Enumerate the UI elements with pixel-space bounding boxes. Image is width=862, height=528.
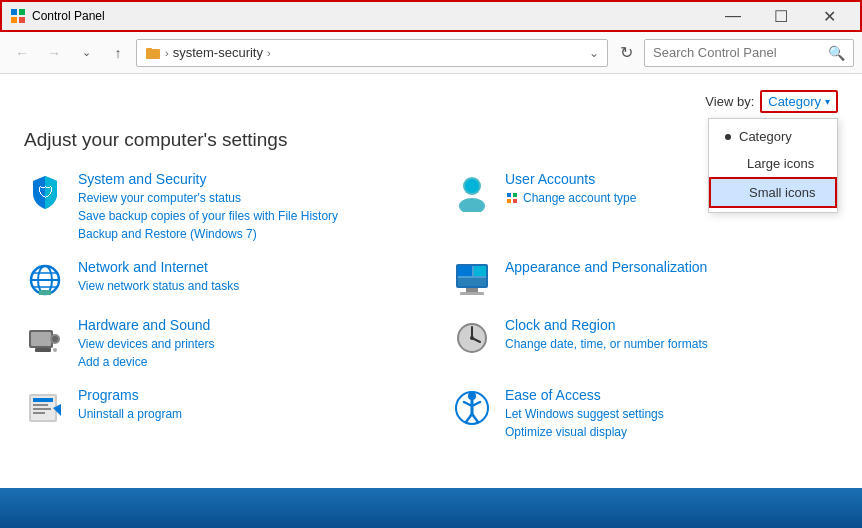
hardware-sound-link-1[interactable]: View devices and printers	[78, 335, 411, 353]
svg-rect-28	[31, 332, 51, 346]
search-box[interactable]: 🔍	[644, 39, 854, 67]
view-by-row: View by: Category ▾ Category Large icons…	[24, 90, 838, 113]
svg-point-37	[470, 336, 474, 340]
user-accounts-link-1[interactable]: Change account type	[523, 189, 636, 207]
appearance-icon	[451, 259, 493, 301]
clock-region-icon	[451, 317, 493, 359]
svg-rect-31	[35, 348, 51, 352]
address-bar: ← → ⌄ ↑ › system-security › ⌄ ↻ 🔍	[0, 32, 862, 74]
view-by-label: View by:	[705, 94, 754, 109]
ease-access-link-2[interactable]: Optimize visual display	[505, 423, 838, 441]
address-input[interactable]: › system-security › ⌄	[136, 39, 608, 67]
search-input[interactable]	[653, 45, 828, 60]
svg-rect-12	[507, 199, 511, 203]
svg-line-50	[472, 414, 478, 422]
appearance-name[interactable]: Appearance and Personalization	[505, 259, 838, 275]
breadcrumb: › system-security ›	[145, 45, 585, 61]
svg-rect-1	[19, 9, 25, 15]
window-controls: — ☐ ✕	[710, 0, 852, 32]
dropdown-item-category[interactable]: Category	[709, 123, 837, 150]
close-button[interactable]: ✕	[806, 0, 852, 32]
dropdown-item-label: Large icons	[747, 156, 814, 171]
programs-name[interactable]: Programs	[78, 387, 411, 403]
title-bar: Control Panel — ☐ ✕	[0, 0, 862, 32]
category-appearance: Appearance and Personalization	[451, 259, 838, 301]
taskbar	[0, 488, 862, 528]
network-internet-icon	[24, 259, 66, 301]
main-content: View by: Category ▾ Category Large icons…	[0, 74, 862, 528]
svg-rect-26	[460, 292, 484, 295]
network-internet-name[interactable]: Network and Internet	[78, 259, 411, 275]
user-accounts-sub-icon	[505, 191, 519, 205]
forward-button[interactable]: →	[40, 39, 68, 67]
svg-rect-3	[19, 17, 25, 23]
category-clock-region: Clock and Region Change date, time, or n…	[451, 317, 838, 371]
system-security-link-2[interactable]: Save backup copies of your files with Fi…	[78, 207, 411, 225]
ease-access-text: Ease of Access Let Windows suggest setti…	[505, 387, 838, 441]
category-network-internet: Network and Internet View network status…	[24, 259, 411, 301]
hardware-sound-icon	[24, 317, 66, 359]
view-by-arrow: ▾	[825, 96, 830, 107]
svg-rect-23	[474, 266, 486, 276]
ease-access-link-1[interactable]: Let Windows suggest settings	[505, 405, 838, 423]
hardware-sound-link-2[interactable]: Add a device	[78, 353, 411, 371]
ease-access-icon	[451, 387, 493, 429]
svg-rect-11	[513, 193, 517, 197]
network-internet-text: Network and Internet View network status…	[78, 259, 411, 295]
hardware-sound-text: Hardware and Sound View devices and prin…	[78, 317, 411, 371]
selected-dot	[725, 134, 731, 140]
dropdown-item-large-icons[interactable]: Large icons	[709, 150, 837, 177]
svg-rect-5	[146, 48, 152, 50]
breadcrumb-item: system-security	[173, 45, 263, 60]
app-icon	[10, 8, 26, 24]
svg-rect-10	[507, 193, 511, 197]
folder-icon	[145, 45, 161, 61]
svg-rect-22	[458, 266, 472, 276]
system-security-text: System and Security Review your computer…	[78, 171, 411, 243]
svg-rect-24	[458, 278, 486, 286]
refresh-button[interactable]: ↻	[612, 39, 640, 67]
system-security-icon: 🛡	[24, 171, 66, 213]
clock-region-name[interactable]: Clock and Region	[505, 317, 838, 333]
dropdown-item-label: Small icons	[749, 185, 815, 200]
system-security-link-3[interactable]: Backup and Restore (Windows 7)	[78, 225, 411, 243]
breadcrumb-separator: ›	[267, 47, 271, 59]
category-hardware-sound: Hardware and Sound View devices and prin…	[24, 317, 411, 371]
back-button[interactable]: ←	[8, 39, 36, 67]
category-system-security: 🛡 System and Security Review your comput…	[24, 171, 411, 243]
svg-point-32	[53, 348, 57, 352]
categories-grid: 🛡 System and Security Review your comput…	[24, 171, 838, 457]
view-by-dropdown: Category Large icons Small icons	[708, 118, 838, 213]
svg-point-8	[459, 198, 485, 212]
svg-rect-25	[466, 288, 478, 292]
dropdown-button[interactable]: ⌄	[72, 39, 100, 67]
svg-rect-42	[33, 408, 51, 410]
svg-point-9	[465, 179, 479, 193]
search-icon[interactable]: 🔍	[828, 45, 845, 61]
hardware-sound-name[interactable]: Hardware and Sound	[78, 317, 411, 333]
up-button[interactable]: ↑	[104, 39, 132, 67]
svg-line-49	[466, 414, 472, 422]
svg-rect-4	[146, 49, 160, 59]
view-by-button[interactable]: Category ▾	[760, 90, 838, 113]
programs-icon	[24, 387, 66, 429]
svg-text:🛡: 🛡	[38, 184, 54, 201]
network-internet-link-1[interactable]: View network status and tasks	[78, 277, 411, 295]
minimize-button[interactable]: —	[710, 0, 756, 32]
view-by-value: Category	[768, 94, 821, 109]
programs-link-1[interactable]: Uninstall a program	[78, 405, 411, 423]
svg-rect-0	[11, 9, 17, 15]
system-security-link-1[interactable]: Review your computer's status	[78, 189, 411, 207]
user-accounts-icon	[451, 171, 493, 213]
ease-access-name[interactable]: Ease of Access	[505, 387, 838, 403]
category-ease-access: Ease of Access Let Windows suggest setti…	[451, 387, 838, 441]
clock-region-link-1[interactable]: Change date, time, or number formats	[505, 335, 838, 353]
address-dropdown-arrow[interactable]: ⌄	[589, 46, 599, 60]
dropdown-item-small-icons[interactable]: Small icons	[709, 177, 837, 208]
system-security-name[interactable]: System and Security	[78, 171, 411, 187]
svg-rect-41	[33, 404, 48, 406]
category-programs: Programs Uninstall a program	[24, 387, 411, 441]
svg-rect-40	[33, 398, 53, 402]
breadcrumb-chevron: ›	[165, 47, 169, 59]
maximize-button[interactable]: ☐	[758, 0, 804, 32]
